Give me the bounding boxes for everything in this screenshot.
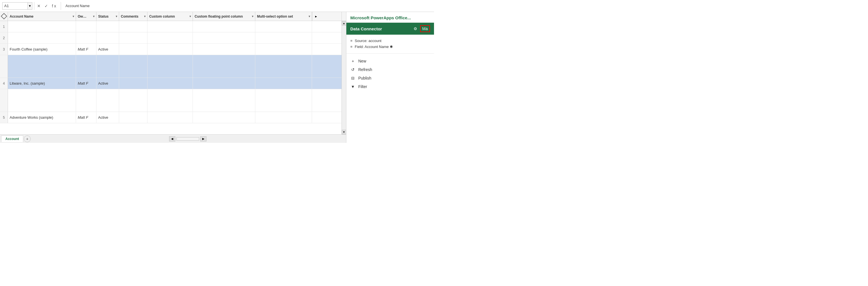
cell-4b-custom-float[interactable] <box>193 89 255 112</box>
cell-4b-custom[interactable] <box>148 89 193 112</box>
field-text: Field: Account Name ✱ <box>355 45 393 49</box>
scroll-left-button[interactable]: ◀ <box>169 136 175 141</box>
table-row: 3 Fourth Coffee (sample) Matt F Active <box>0 44 342 55</box>
cell-5-comments[interactable] <box>119 112 148 123</box>
cell-4b-account[interactable] <box>8 89 76 112</box>
formula-divider-2 <box>61 2 61 10</box>
cell-5-custom[interactable] <box>148 112 193 123</box>
col-header-custom-float[interactable]: Custom floating point column ▾ <box>193 12 255 21</box>
cell-3-custom-float[interactable] <box>193 44 255 55</box>
cell-3b-multi[interactable] <box>255 55 312 78</box>
cell-2-multi[interactable] <box>255 32 312 44</box>
table-row <box>0 55 342 78</box>
col-header-comments[interactable]: Comments ▾ <box>119 12 148 21</box>
cell-2-custom-float[interactable] <box>193 32 255 44</box>
cell-3b-custom[interactable] <box>148 55 193 78</box>
formula-bar: A1 ▾ ✕ ✓ f x Account Name <box>0 0 434 12</box>
cell-3b-owner[interactable] <box>76 55 96 78</box>
cell-3-owner[interactable]: Matt F <box>76 44 96 55</box>
function-icon[interactable]: f x <box>51 3 57 9</box>
cell-4-comments[interactable] <box>119 78 148 89</box>
cell-3b-status[interactable] <box>96 55 119 78</box>
cell-2-custom[interactable] <box>148 32 193 44</box>
col-filter-custom[interactable]: ▾ <box>189 15 191 18</box>
cell-5-owner[interactable]: Matt F <box>76 112 96 123</box>
col-filter-status[interactable]: ▾ <box>116 15 117 18</box>
cell-4b-comments[interactable] <box>119 89 148 112</box>
cell-3-multi[interactable] <box>255 44 312 55</box>
row-num-header <box>0 12 8 21</box>
col-header-multi-select[interactable]: Multi-select option set ▾ <box>255 12 312 21</box>
cell-1-account[interactable] <box>8 21 76 32</box>
cell-1-multi[interactable] <box>255 21 312 32</box>
more-button[interactable]: Ma <box>420 25 430 32</box>
col-scroll-right[interactable]: ▸ <box>312 12 320 21</box>
cell-4b-multi[interactable] <box>255 89 312 112</box>
cell-1-custom[interactable] <box>148 21 193 32</box>
col-header-account-name[interactable]: Account Name ▾ <box>8 12 76 21</box>
col-filter-owner[interactable]: ▾ <box>93 15 94 18</box>
cell-4b-owner[interactable] <box>76 89 96 112</box>
cell-2-owner[interactable] <box>76 32 96 44</box>
table-row: 1 <box>0 21 342 32</box>
cell-2-comments[interactable] <box>119 32 148 44</box>
cell-4-custom[interactable] <box>148 78 193 89</box>
cell-5-account[interactable]: Adventure Works (sample) <box>8 112 76 123</box>
cell-3-account[interactable]: Fourth Coffee (sample) <box>8 44 76 55</box>
grid-body: 1 2 <box>0 21 342 134</box>
cell-3b-comments[interactable] <box>119 55 148 78</box>
cell-3b-custom-float[interactable] <box>193 55 255 78</box>
column-headers-scroll: Account Name ▾ Ow… ▾ Status ▾ Comments ▾ <box>8 12 342 21</box>
cell-4-custom-float[interactable] <box>193 78 255 89</box>
col-header-status[interactable]: Status ▾ <box>96 12 119 21</box>
cell-ref-dropdown[interactable]: ▾ <box>28 2 32 10</box>
cell-3-custom[interactable] <box>148 44 193 55</box>
cell-4b-status[interactable] <box>96 89 119 112</box>
publish-action[interactable]: ⊟ Publish <box>350 76 430 80</box>
col-label-multi-select: Multi-select option set <box>257 15 308 19</box>
cell-4-status[interactable]: Active <box>96 78 119 89</box>
cell-2-status[interactable] <box>96 32 119 44</box>
cell-4-owner[interactable]: Matt F <box>76 78 96 89</box>
cancel-icon[interactable]: ✕ <box>36 3 42 9</box>
settings-icon[interactable]: ⚙ <box>413 26 418 31</box>
row-num-3b <box>0 55 8 78</box>
table-row <box>0 89 342 112</box>
panel-app-title: Microsoft PowerApps Office... <box>350 15 411 20</box>
scroll-right-button[interactable]: ▶ <box>200 136 207 141</box>
col-filter-account-name[interactable]: ▾ <box>73 15 74 18</box>
h-scroll-track <box>177 137 199 141</box>
refresh-action[interactable]: ↺ Refresh <box>350 67 430 72</box>
cell-4-multi[interactable] <box>255 78 312 89</box>
col-header-owner[interactable]: Ow… ▾ <box>76 12 96 21</box>
confirm-icon[interactable]: ✓ <box>43 3 49 9</box>
vertical-scrollbar[interactable]: ▲ ▼ <box>342 21 346 134</box>
cell-1-custom-float[interactable] <box>193 21 255 32</box>
scroll-up-button[interactable]: ▲ <box>342 21 346 26</box>
scroll-track[interactable] <box>342 26 346 130</box>
new-action[interactable]: + New <box>350 59 430 63</box>
table-row: 2 <box>0 32 342 44</box>
cell-3b-account[interactable] <box>8 55 76 78</box>
col-label-comments: Comments <box>121 15 143 19</box>
cell-reference-box[interactable]: A1 <box>2 2 28 10</box>
col-filter-comments[interactable]: ▾ <box>144 15 146 18</box>
cell-5-status[interactable]: Active <box>96 112 119 123</box>
cell-1-owner[interactable] <box>76 21 96 32</box>
cell-1-status[interactable] <box>96 21 119 32</box>
tab-account[interactable]: Account <box>1 136 23 142</box>
cell-5-custom-float[interactable] <box>193 112 255 123</box>
cell-3-comments[interactable] <box>119 44 148 55</box>
cell-3-status[interactable]: Active <box>96 44 119 55</box>
add-sheet-button[interactable]: + <box>24 136 31 142</box>
scroll-down-button[interactable]: ▼ <box>342 130 346 134</box>
filter-action[interactable]: ▼ Filter <box>350 84 430 89</box>
col-header-custom[interactable]: Custom column ▾ <box>148 12 193 21</box>
cell-5-multi[interactable] <box>255 112 312 123</box>
col-filter-multi-select[interactable]: ▾ <box>309 15 310 18</box>
col-filter-custom-float[interactable]: ▾ <box>252 15 253 18</box>
cell-2-account[interactable] <box>8 32 76 44</box>
cell-1-comments[interactable] <box>119 21 148 32</box>
row-num-4b <box>0 89 8 112</box>
cell-4-account[interactable]: Litware, Inc. (sample) <box>8 78 76 89</box>
